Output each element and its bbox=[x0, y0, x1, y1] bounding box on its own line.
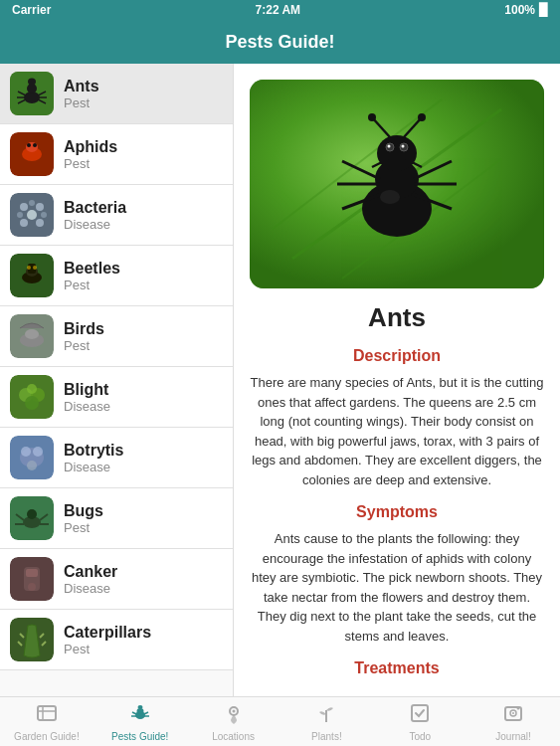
plants-icon bbox=[315, 702, 337, 729]
item-text: Beetles Pest bbox=[64, 260, 120, 292]
tab-journal-label: Journal! bbox=[495, 731, 531, 742]
item-subtitle: Pest bbox=[64, 156, 117, 171]
item-title: Aphids bbox=[64, 138, 117, 156]
pests-icon bbox=[129, 702, 151, 729]
item-thumbnail bbox=[10, 496, 54, 540]
time-label: 7:22 AM bbox=[256, 3, 301, 17]
item-title: Caterpillars bbox=[64, 624, 151, 642]
svg-point-36 bbox=[25, 396, 39, 410]
list-item[interactable]: Botrytis Disease bbox=[0, 428, 233, 488]
tab-pests[interactable]: Pests Guide! bbox=[93, 697, 187, 746]
item-thumbnail bbox=[10, 132, 54, 176]
svg-rect-83 bbox=[38, 706, 56, 720]
list-item[interactable]: Beetles Pest bbox=[0, 246, 233, 306]
svg-point-16 bbox=[20, 203, 28, 211]
list-item[interactable]: Caterpillars Pest bbox=[0, 610, 233, 670]
svg-point-13 bbox=[27, 143, 31, 147]
item-subtitle: Disease bbox=[64, 460, 123, 474]
item-subtitle: Disease bbox=[64, 217, 126, 232]
list-item[interactable]: Ants Pest bbox=[0, 64, 233, 124]
detail-title: Ants bbox=[250, 302, 544, 333]
item-text: Bugs Pest bbox=[64, 502, 103, 535]
svg-point-23 bbox=[36, 219, 44, 227]
tab-pests-label: Pests Guide! bbox=[111, 731, 168, 742]
item-thumbnail bbox=[10, 557, 54, 601]
journal-icon bbox=[502, 702, 524, 729]
item-text: Bacteria Disease bbox=[64, 199, 126, 232]
svg-line-89 bbox=[132, 712, 136, 714]
nav-bar: Pests Guide! bbox=[0, 20, 560, 64]
section-heading-symptoms: Symptoms bbox=[250, 503, 544, 521]
item-title: Botrytis bbox=[64, 442, 123, 460]
section-heading-description: Description bbox=[250, 347, 544, 365]
item-title: Bacteria bbox=[64, 199, 126, 217]
item-text: Ants Pest bbox=[64, 78, 99, 110]
battery-label: 100% ▉ bbox=[504, 3, 548, 17]
svg-point-98 bbox=[512, 712, 514, 714]
svg-point-37 bbox=[27, 384, 37, 394]
tab-plants-label: Plants! bbox=[311, 731, 342, 742]
svg-point-69 bbox=[402, 145, 405, 148]
item-subtitle: Pest bbox=[64, 278, 120, 292]
svg-point-14 bbox=[33, 143, 37, 147]
item-thumbnail bbox=[10, 436, 54, 479]
tab-locations[interactable]: Locations bbox=[187, 697, 280, 746]
tab-garden[interactable]: Garden Guide! bbox=[0, 697, 93, 746]
svg-point-68 bbox=[388, 145, 391, 148]
svg-point-73 bbox=[418, 113, 426, 121]
list-item[interactable]: Bacteria Disease bbox=[0, 185, 233, 246]
svg-point-65 bbox=[377, 135, 417, 171]
item-title: Beetles bbox=[64, 260, 120, 278]
item-thumbnail bbox=[10, 618, 54, 661]
item-text: Caterpillars Pest bbox=[64, 624, 151, 656]
svg-point-45 bbox=[27, 509, 37, 519]
list-item[interactable]: Birds Pest bbox=[0, 306, 233, 367]
item-text: Aphids Pest bbox=[64, 138, 117, 171]
item-title: Bugs bbox=[64, 502, 103, 520]
sidebar: Ants Pest Aphids Pest bbox=[0, 64, 234, 696]
item-title: Blight bbox=[64, 381, 110, 399]
nav-title: Pests Guide! bbox=[225, 32, 334, 53]
svg-point-18 bbox=[36, 203, 44, 211]
item-subtitle: Pest bbox=[64, 520, 103, 535]
svg-point-19 bbox=[17, 212, 23, 218]
svg-point-72 bbox=[368, 113, 376, 121]
item-subtitle: Pest bbox=[64, 95, 99, 110]
svg-point-32 bbox=[25, 329, 39, 339]
list-item[interactable]: Aphids Pest bbox=[0, 124, 233, 185]
svg-point-88 bbox=[137, 705, 142, 709]
item-thumbnail bbox=[10, 193, 54, 237]
svg-line-91 bbox=[144, 712, 148, 714]
section-text-description: There are many species of Ants, but it i… bbox=[250, 373, 544, 489]
garden-icon bbox=[36, 702, 58, 729]
svg-rect-95 bbox=[412, 705, 428, 721]
status-bar: Carrier 7:22 AM 100% ▉ bbox=[0, 0, 560, 20]
svg-point-29 bbox=[33, 266, 37, 270]
svg-point-17 bbox=[29, 200, 35, 206]
detail-panel: Ants Description There are many species … bbox=[234, 64, 560, 696]
tab-plants[interactable]: Plants! bbox=[280, 697, 373, 746]
list-item[interactable]: Blight Disease bbox=[0, 367, 233, 428]
svg-point-20 bbox=[27, 210, 37, 220]
item-thumbnail bbox=[10, 254, 54, 297]
tab-journal[interactable]: Journal! bbox=[467, 697, 560, 746]
svg-point-41 bbox=[33, 447, 43, 457]
item-text: Blight Disease bbox=[64, 381, 110, 414]
list-item[interactable]: Canker Disease bbox=[0, 549, 233, 610]
tab-bar: Garden Guide! Pests Guide! Locations Pla… bbox=[0, 696, 560, 746]
locations-icon bbox=[223, 702, 245, 729]
tab-todo[interactable]: Todo bbox=[373, 697, 467, 746]
item-title: Canker bbox=[64, 563, 117, 581]
item-thumbnail bbox=[10, 375, 54, 419]
svg-point-22 bbox=[20, 219, 28, 227]
svg-point-99 bbox=[517, 706, 520, 709]
svg-point-53 bbox=[28, 583, 36, 591]
item-subtitle: Disease bbox=[64, 399, 110, 414]
list-item[interactable]: Bugs Pest bbox=[0, 488, 233, 549]
svg-point-3 bbox=[28, 79, 36, 86]
item-subtitle: Pest bbox=[64, 338, 104, 353]
svg-point-21 bbox=[41, 212, 47, 218]
item-title: Ants bbox=[64, 78, 99, 95]
main-content: Ants Pest Aphids Pest bbox=[0, 64, 560, 696]
item-text: Birds Pest bbox=[64, 320, 104, 353]
